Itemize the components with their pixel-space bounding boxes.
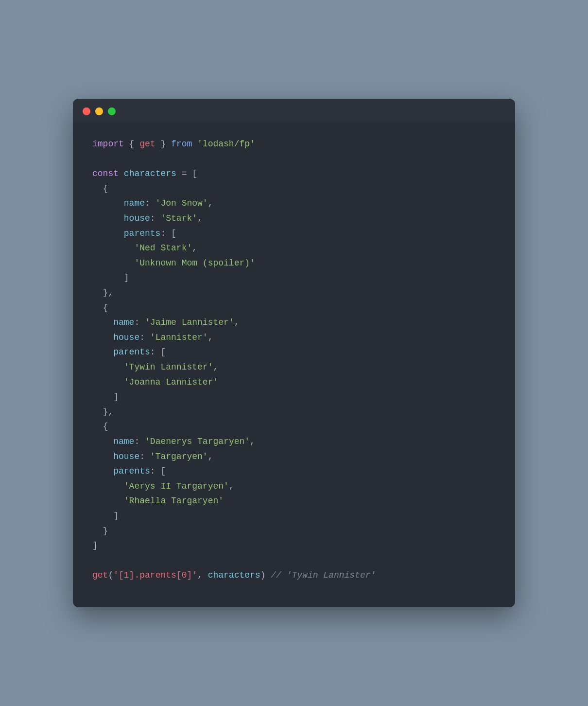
parents-key-3: parents [113, 466, 150, 476]
parent2-2: 'Joanna Lannister' [124, 377, 218, 387]
code-window: import { get } from 'lodash/fp' const ch… [73, 99, 515, 607]
parent1-3: 'Aerys II Targaryen' [124, 481, 229, 491]
obj1-house: house: 'Stark', [92, 211, 496, 226]
parent2-1: 'Unknown Mom (spoiler)' [134, 258, 255, 268]
import-keyword: import [92, 139, 124, 149]
code-editor: import { get } from 'lodash/fp' const ch… [73, 122, 515, 607]
house-val-3: 'Targaryen' [150, 452, 208, 461]
call-comment: // 'Tywin Lannister' [271, 570, 376, 580]
obj3-parent2: 'Rhaella Targaryen' [92, 494, 496, 509]
variable-name: characters [124, 169, 176, 178]
name-val-1: 'Jon Snow' [156, 198, 208, 208]
house-key-2: house [113, 333, 139, 342]
obj2-parents-close: ] [92, 389, 496, 405]
obj2-house: house: 'Lannister', [92, 330, 496, 345]
import-line: import { get } from 'lodash/fp' [92, 137, 496, 152]
obj1-parent1: 'Ned Stark', [92, 241, 496, 256]
call-arg1: '[1].parents[0]' [113, 570, 197, 580]
empty-line-2 [92, 553, 496, 568]
get-identifier: get [139, 139, 155, 149]
parent1-2: 'Tywin Lannister' [124, 362, 213, 372]
const-keyword: const [92, 169, 119, 178]
obj3-house: house: 'Targaryen', [92, 449, 496, 464]
module-name: 'lodash/fp' [197, 139, 255, 149]
name-key-1: name [124, 198, 145, 208]
obj3-parents-key: parents: [ [92, 464, 496, 479]
parent1-1: 'Ned Stark' [134, 243, 192, 253]
minimize-button[interactable] [95, 107, 103, 115]
house-key-3: house [113, 452, 139, 461]
obj3-name: name: 'Daenerys Targaryen', [92, 434, 496, 449]
obj1-name: name: 'Jon Snow', [92, 196, 496, 211]
obj3-open: { [92, 419, 496, 434]
house-key-1: house [124, 213, 150, 223]
name-key-3: name [113, 437, 134, 446]
obj1-parents-close: ] [92, 270, 496, 285]
close-button[interactable] [83, 107, 90, 115]
obj2-close: }, [92, 405, 496, 420]
parents-key-2: parents [113, 347, 150, 357]
obj2-parent1: 'Tywin Lannister', [92, 360, 496, 375]
array-close: ] [92, 538, 496, 553]
obj2-parents-key: parents: [ [92, 345, 496, 360]
call-arg2: characters [208, 570, 260, 580]
get-fn-call: get [92, 570, 108, 580]
obj2-open: { [92, 300, 496, 316]
maximize-button[interactable] [108, 107, 116, 115]
const-line: const characters = [ [92, 166, 496, 181]
name-val-2: 'Jaime Lannister' [145, 318, 234, 327]
name-key-2: name [113, 318, 134, 327]
parents-key-1: parents [124, 229, 161, 238]
parent2-3: 'Rhaella Targaryen' [124, 496, 224, 506]
obj1-parent2: 'Unknown Mom (spoiler)' [92, 256, 496, 271]
obj1-open: { [92, 181, 496, 196]
house-val-1: 'Stark' [160, 213, 197, 223]
obj1-parents-key: parents: [ [92, 226, 496, 241]
obj3-parent1: 'Aerys II Targaryen', [92, 479, 496, 494]
obj2-parent2: 'Joanna Lannister' [92, 375, 496, 390]
obj1-close: }, [92, 285, 496, 300]
obj3-parents-close: ] [92, 509, 496, 524]
obj3-close: } [92, 524, 496, 539]
name-val-3: 'Daenerys Targaryen' [145, 437, 250, 446]
house-val-2: 'Lannister' [150, 333, 208, 342]
call-line: get('[1].parents[0]', characters) // 'Ty… [92, 568, 496, 583]
empty-line-1 [92, 152, 496, 167]
obj2-name: name: 'Jaime Lannister', [92, 315, 496, 330]
from-keyword: from [171, 139, 192, 149]
titlebar [73, 99, 515, 122]
